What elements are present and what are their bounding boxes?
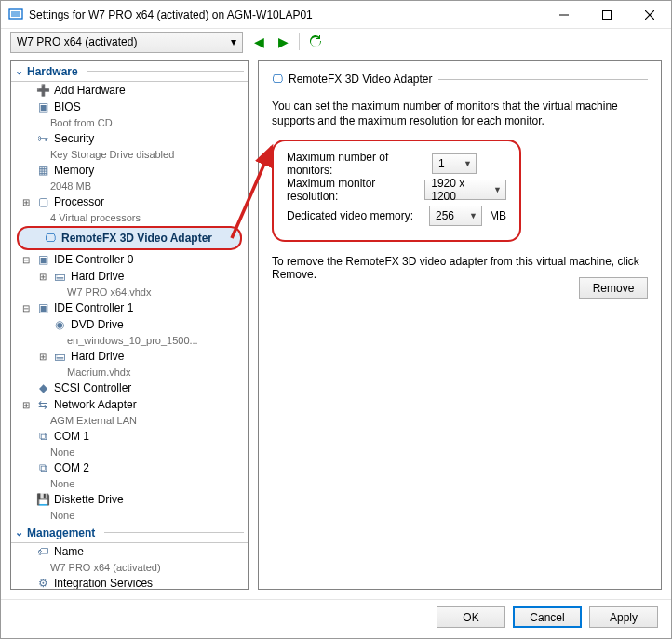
vmem-value: 256	[436, 209, 454, 222]
close-button[interactable]	[628, 1, 671, 28]
tree-item-bios[interactable]: ▣BIOS	[11, 99, 248, 115]
detail-title: RemoteFX 3D Video Adapter	[289, 73, 433, 86]
tree-sub-memory: 2048 MB	[11, 179, 248, 193]
tree-item-name[interactable]: 🏷Name	[11, 543, 248, 560]
tree-item-ide1-dvd[interactable]: ◉DVD Drive	[11, 316, 248, 333]
expand-icon[interactable]: ⊞	[20, 197, 32, 207]
tree-item-security[interactable]: 🗝Security	[11, 130, 248, 147]
detail-panel: 🖵 RemoteFX 3D Video Adapter You can set …	[258, 60, 662, 590]
refresh-button[interactable]	[307, 33, 324, 50]
app-icon	[8, 7, 23, 22]
monitor-icon: 🖵	[43, 231, 58, 246]
settings-group: Maximum number of monitors: 1▼ Maximum m…	[272, 140, 521, 242]
tree-item-scsi[interactable]: ◆SCSI Controller	[11, 379, 248, 396]
titlebar: Settings for W7 PRO x64 (activated) on A…	[1, 1, 671, 29]
tree-sub-bios: Boot from CD	[11, 115, 248, 130]
section-label: Hardware	[27, 65, 78, 78]
expand-icon[interactable]: ⊞	[37, 352, 48, 362]
resolution-select[interactable]: 1920 x 1200▼	[424, 180, 506, 200]
hdd-icon: 🖴	[52, 349, 67, 364]
ok-button[interactable]: OK	[437, 606, 505, 628]
vm-selector-label: W7 PRO x64 (activated)	[17, 35, 137, 48]
tree-sub-com1: None	[11, 445, 248, 459]
section-hardware[interactable]: ⌄ Hardware	[11, 61, 248, 82]
tree-item-com1[interactable]: ⧉COM 1	[11, 428, 248, 445]
cancel-button[interactable]: Cancel	[513, 606, 582, 628]
tree-item-remotefx[interactable]: 🖵RemoteFX 3D Video Adapter	[17, 226, 242, 250]
monitors-label: Maximum number of monitors:	[287, 151, 424, 177]
tree-sub-ide0-hd: W7 PRO x64.vhdx	[11, 285, 248, 300]
remove-button[interactable]: Remove	[579, 277, 648, 299]
tree-sub-network: AGM External LAN	[11, 413, 248, 428]
minimize-button[interactable]	[543, 1, 585, 28]
tree-item-network[interactable]: ⊞⇆Network Adapter	[11, 396, 248, 413]
cpu-icon: ▢	[35, 194, 50, 209]
collapse-icon: ⌄	[15, 526, 23, 539]
tree-item-ide0[interactable]: ⊟▣IDE Controller 0	[11, 251, 248, 268]
tree-sub-name: W7 PRO x64 (activated)	[11, 560, 248, 575]
tree-sub-diskette: None	[11, 508, 248, 523]
tree-sub-security: Key Storage Drive disabled	[11, 147, 248, 162]
tree-item-ide1[interactable]: ⊟▣IDE Controller 1	[11, 300, 248, 316]
controller-icon: ▣	[35, 252, 50, 267]
serial-icon: ⧉	[35, 429, 50, 444]
svg-rect-3	[603, 10, 612, 19]
chevron-down-icon: ▼	[469, 211, 477, 220]
tree-item-integration[interactable]: ⚙Integration Services	[11, 575, 248, 590]
resolution-value: 1920 x 1200	[431, 177, 490, 203]
chevron-down-icon: ▼	[464, 159, 472, 168]
monitors-select[interactable]: 1▼	[432, 153, 477, 174]
settings-tree[interactable]: ⌄ Hardware ➕Add Hardware ▣BIOS Boot from…	[10, 60, 249, 590]
monitor-icon: 🖵	[272, 73, 283, 86]
nav-forward-button[interactable]: ▶	[275, 33, 291, 50]
maximize-button[interactable]	[585, 1, 628, 28]
section-management[interactable]: ⌄ Management	[11, 523, 248, 543]
scsi-icon: ◆	[35, 380, 50, 395]
detail-description: You can set the maximum number of monito…	[272, 99, 648, 128]
vmem-unit: MB	[490, 209, 506, 222]
key-icon: 🗝	[35, 131, 50, 146]
vmem-select[interactable]: 256▼	[429, 206, 482, 226]
svg-rect-1	[11, 11, 20, 17]
collapse-icon: ⌄	[15, 65, 23, 77]
collapse-icon[interactable]: ⊟	[20, 255, 32, 265]
tag-icon: 🏷	[35, 544, 50, 559]
monitors-value: 1	[438, 157, 445, 170]
add-hardware-icon: ➕	[35, 83, 50, 98]
detail-title-row: 🖵 RemoteFX 3D Video Adapter	[272, 73, 648, 91]
apply-button[interactable]: Apply	[589, 606, 658, 628]
tree-sub-com2: None	[11, 476, 248, 491]
tree-item-add-hardware[interactable]: ➕Add Hardware	[11, 82, 248, 99]
dvd-icon: ◉	[52, 317, 67, 332]
network-icon: ⇆	[35, 397, 50, 412]
tree-item-memory[interactable]: ▦Memory	[11, 162, 248, 179]
resolution-label: Maximum monitor resolution:	[287, 177, 417, 203]
chevron-down-icon: ▾	[231, 35, 236, 48]
expand-icon[interactable]: ⊞	[20, 400, 32, 410]
floppy-icon: 💾	[35, 492, 50, 507]
tree-item-ide1-hd[interactable]: ⊞🖴Hard Drive	[11, 348, 248, 365]
section-label: Management	[27, 526, 95, 539]
hdd-icon: 🖴	[52, 269, 67, 284]
chevron-down-icon: ▼	[493, 185, 502, 194]
tree-sub-ide1-dvd: en_windows_10_pro_1500...	[11, 333, 248, 348]
toolbar: W7 PRO x64 (activated) ▾ ◀ ▶	[1, 29, 671, 55]
collapse-icon[interactable]: ⊟	[20, 303, 32, 313]
chip-icon: ▣	[35, 100, 50, 114]
tree-item-com2[interactable]: ⧉COM 2	[11, 459, 248, 476]
tree-item-diskette[interactable]: 💾Diskette Drive	[11, 491, 248, 508]
memory-icon: ▦	[35, 163, 50, 178]
nav-back-button[interactable]: ◀	[250, 33, 267, 50]
expand-icon[interactable]: ⊞	[37, 272, 48, 282]
tree-item-ide0-hd[interactable]: ⊞🖴Hard Drive	[11, 268, 248, 285]
vm-selector[interactable]: W7 PRO x64 (activated) ▾	[10, 32, 243, 53]
serial-icon: ⧉	[35, 460, 50, 475]
services-icon: ⚙	[35, 576, 50, 590]
tree-sub-processor: 4 Virtual processors	[11, 210, 248, 225]
tree-item-processor[interactable]: ⊞▢Processor	[11, 193, 248, 210]
dialog-footer: OK Cancel Apply	[1, 599, 671, 634]
controller-icon: ▣	[35, 300, 50, 315]
tree-sub-ide1-hd: Macrium.vhdx	[11, 365, 248, 379]
window-title: Settings for W7 PRO x64 (activated) on A…	[29, 8, 543, 21]
vmem-label: Dedicated video memory:	[287, 209, 422, 222]
